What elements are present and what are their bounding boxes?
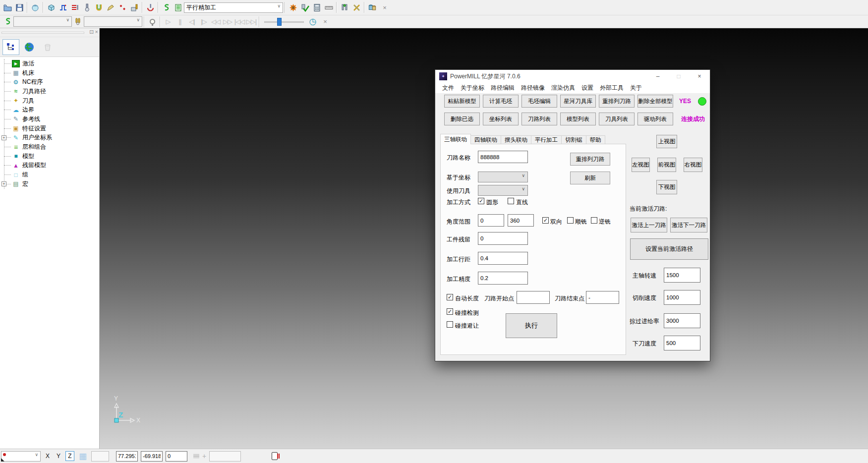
stepover-input[interactable] (478, 252, 528, 265)
collision-check-icon[interactable] (366, 1, 378, 13)
view-bottom-button[interactable]: 下视图 (656, 180, 677, 194)
toolpath-spring-icon[interactable] (160, 1, 172, 13)
menu-path-mirror[interactable]: 路径镜像 (521, 84, 545, 92)
menu-file[interactable]: 文件 (442, 84, 454, 92)
climb-mill-checkbox[interactable] (567, 217, 574, 224)
delete-selected-button[interactable]: 删除已选 (444, 113, 480, 125)
toolpath-list-icon[interactable] (172, 1, 184, 13)
z-axis-button[interactable]: Z (65, 451, 74, 461)
reorder-toolpaths-button[interactable]: 重排列刀路 (599, 95, 635, 108)
angle-from-input[interactable] (478, 214, 504, 227)
path-end-input[interactable] (586, 291, 619, 304)
sim-tool-dropdown[interactable]: ∨ (84, 16, 142, 27)
view-left-button[interactable]: 左视图 (632, 158, 650, 172)
tree-item-nc-program[interactable]: ⚙NC程序 (0, 77, 99, 87)
step-forward-button[interactable]: |▷ (198, 16, 210, 27)
cursor-x-field[interactable] (116, 451, 138, 462)
tree-item-stock-models[interactable]: ▲残留模型 (0, 161, 99, 171)
tree-item-activate[interactable]: ▶激活 (0, 59, 99, 68)
points-icon[interactable] (116, 1, 128, 13)
play-button[interactable]: ▷ (162, 16, 174, 27)
workplane-dropdown[interactable]: ∨ (1, 451, 41, 462)
tree-item-models[interactable]: ■模型 (0, 152, 99, 161)
tolerance-input[interactable] (478, 272, 528, 285)
tree-item-workplanes[interactable]: +✎用户坐标系 (0, 133, 99, 143)
tree-item-boundaries[interactable]: ☁边界 (0, 105, 99, 115)
stock-remaining-input[interactable] (478, 232, 528, 245)
y-axis-button[interactable]: Y (55, 451, 62, 461)
activate-prev-toolpath-button[interactable]: 激活上一刀路 (631, 218, 667, 232)
globe-button[interactable] (21, 39, 38, 55)
panel-close-icon[interactable]: × (95, 29, 98, 35)
boundary-icon[interactable] (93, 1, 105, 13)
raster-toolpath-icon[interactable] (57, 1, 69, 13)
skim-feed-input[interactable] (664, 313, 700, 328)
speed-slider[interactable] (264, 16, 304, 27)
tool-list-button[interactable]: 刀具列表 (599, 113, 635, 125)
paste-new-model-button[interactable]: 粘贴新模型 (444, 95, 480, 108)
view-front-button[interactable]: 前视图 (657, 158, 676, 172)
menu-workplane[interactable]: 关于坐标 (461, 84, 484, 92)
menu-path-edit[interactable]: 路径编辑 (491, 84, 515, 92)
toolbox-icon[interactable] (287, 1, 299, 13)
strategy-dropdown[interactable]: 平行精加工 ∨ (184, 2, 283, 13)
go-end-button[interactable]: ▷▷| (245, 16, 257, 27)
open-project-icon[interactable] (1, 1, 13, 13)
model-list-button[interactable]: 模型列表 (560, 113, 596, 125)
toolpath-list-button[interactable]: 刀路列表 (521, 113, 557, 125)
set-active-path-button[interactable]: 设置当前激活路径 (630, 238, 708, 260)
panel-float-icon[interactable]: ⊡ (89, 29, 94, 35)
block-edit-button[interactable]: 毛坯编辑 (521, 95, 557, 108)
drive-list-button[interactable]: 驱动列表 (637, 113, 673, 125)
delete-all-models-button[interactable]: 删除全部模型 (637, 95, 673, 108)
tree-item-machine-tool[interactable]: ▦机床 (0, 68, 99, 78)
bidirectional-checkbox[interactable] (542, 217, 549, 224)
line-mode-checkbox[interactable] (508, 198, 514, 204)
auto-length-checkbox[interactable] (447, 294, 453, 300)
ruler-icon[interactable] (323, 1, 335, 13)
grid-size-field[interactable] (91, 451, 109, 462)
tree-item-levels-sets[interactable]: ≡层和组合 (0, 142, 99, 152)
refresh-button[interactable]: 刷新 (570, 172, 610, 184)
cursor-y-field[interactable] (141, 451, 163, 462)
tool-select[interactable]: ∨ (478, 185, 528, 196)
sim-toolpath-dropdown[interactable]: ∨ (13, 16, 72, 27)
block-icon[interactable] (45, 1, 57, 13)
toolpath-name-input[interactable] (478, 151, 528, 163)
powermill-teapot-icon[interactable] (29, 1, 41, 13)
plunge-feed-input[interactable] (664, 336, 700, 350)
tree-item-tools[interactable]: ✦刀具 (0, 96, 99, 106)
verify-toolpath-icon[interactable] (299, 1, 311, 13)
go-start-button[interactable]: |◁◁ (233, 16, 245, 27)
drilling-icon[interactable] (144, 1, 156, 13)
save-project-icon[interactable] (13, 1, 25, 13)
trash-button[interactable] (39, 39, 56, 55)
x-axis-button[interactable]: X (44, 451, 52, 461)
menu-settings[interactable]: 设置 (581, 84, 593, 92)
workplane-list-button[interactable]: 坐标列表 (483, 113, 519, 125)
shade-lamp-icon[interactable] (146, 16, 158, 28)
expand-icon[interactable]: + (1, 181, 6, 186)
plugin-titlebar[interactable]: ✦ PowerMILL 忆梦星河 7.0.6 – □ × (435, 70, 710, 83)
workplane-select[interactable]: ∨ (478, 172, 528, 182)
tool-icon[interactable] (81, 1, 93, 13)
tree-item-patterns[interactable]: ✎参考线 (0, 115, 99, 124)
conventional-mill-checkbox[interactable] (591, 217, 597, 224)
tab-3axis[interactable]: 三轴联动 (440, 134, 471, 144)
feature-set-icon[interactable] (128, 1, 140, 13)
grid-toggle-button[interactable]: ▦ (77, 451, 88, 462)
zlevel-icon[interactable] (69, 1, 81, 13)
measure-field[interactable] (209, 451, 241, 462)
pattern-icon[interactable] (105, 1, 116, 13)
tab-4axis[interactable]: 四轴联动 (471, 135, 501, 144)
tree-item-groups[interactable]: □组 (0, 170, 99, 179)
menu-external-tools[interactable]: 外部工具 (600, 84, 624, 92)
tab-head-tilt[interactable]: 摆头联动 (501, 135, 531, 144)
path-start-input[interactable] (517, 291, 550, 304)
sim-toolbar-close-icon[interactable]: × (321, 17, 330, 26)
cutting-feed-input[interactable] (664, 290, 700, 305)
close-button[interactable]: × (689, 70, 710, 83)
expand-icon[interactable]: + (1, 135, 6, 140)
slider-handle[interactable] (277, 18, 282, 26)
view-right-button[interactable]: 右视图 (684, 158, 702, 172)
